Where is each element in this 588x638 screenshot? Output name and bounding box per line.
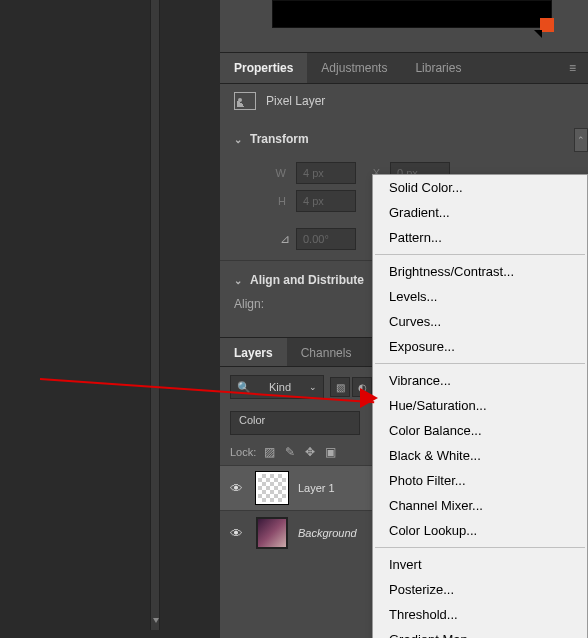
align-title: Align and Distribute [250,273,364,287]
menu-item-vibrance[interactable]: Vibrance... [373,368,587,393]
chevron-down-icon: ⌄ [234,134,242,145]
transform-title: Transform [250,132,309,146]
tab-layers[interactable]: Layers [220,338,287,366]
menu-separator [375,363,585,364]
height-input[interactable] [296,190,356,212]
visibility-icon[interactable]: 👁 [230,481,246,496]
width-input[interactable] [296,162,356,184]
color-swatch[interactable] [540,18,554,32]
menu-item-invert[interactable]: Invert [373,552,587,577]
visibility-icon[interactable]: 👁 [230,526,246,541]
angle-icon: ⊿ [280,232,290,246]
filter-adjust-icon[interactable]: ◐ [352,377,372,397]
height-label: H [272,195,286,207]
layer-name[interactable]: Layer 1 [298,482,335,494]
width-label: W [272,167,286,179]
menu-item-exposure[interactable]: Exposure... [373,334,587,359]
tab-channels[interactable]: Channels [287,338,366,366]
transform-header[interactable]: ⌄ Transform [220,122,588,152]
lock-transparent-icon[interactable]: ▨ [264,445,275,459]
menu-item-brightness-contrast[interactable]: Brightness/Contrast... [373,259,587,284]
menu-item-channel-mixer[interactable]: Channel Mixer... [373,493,587,518]
menu-item-photo-filter[interactable]: Photo Filter... [373,468,587,493]
menu-item-black-white[interactable]: Black & White... [373,443,587,468]
lock-artboard-icon[interactable]: ▣ [325,445,336,459]
filter-kind-select[interactable]: 🔍 Kind ⌄ [230,375,324,399]
panel-tabs: Properties Adjustments Libraries ≡ [220,52,588,84]
menu-item-color-lookup[interactable]: Color Lookup... [373,518,587,543]
menu-item-levels[interactable]: Levels... [373,284,587,309]
tab-properties[interactable]: Properties [220,53,307,83]
lock-position-icon[interactable]: ✥ [305,445,315,459]
filter-pixel-icon[interactable]: ▧ [330,377,350,397]
layer-thumbnail[interactable] [256,517,288,549]
menu-item-curves[interactable]: Curves... [373,309,587,334]
chevron-down-icon: ⌄ [309,382,317,392]
angle-input[interactable] [296,228,356,250]
menu-item-pattern[interactable]: Pattern... [373,225,587,250]
menu-item-hue-saturation[interactable]: Hue/Saturation... [373,393,587,418]
menu-item-threshold[interactable]: Threshold... [373,602,587,627]
pixel-layer-icon [234,92,256,110]
layer-name[interactable]: Background [298,527,357,539]
menu-item-solid-color[interactable]: Solid Color... [373,175,587,200]
menu-item-gradient-map[interactable]: Gradient Map... [373,627,587,638]
document-preview [272,0,552,28]
canvas-area [0,0,220,638]
section-scroll-up[interactable]: ⌃ [574,128,588,152]
blend-mode-select[interactable]: Color [230,411,360,435]
lock-label: Lock: [230,446,256,458]
menu-item-posterize[interactable]: Posterize... [373,577,587,602]
menu-item-color-balance[interactable]: Color Balance... [373,418,587,443]
search-icon: 🔍 [237,381,251,394]
layer-type-row: Pixel Layer [220,84,588,122]
menu-separator [375,254,585,255]
tab-adjustments[interactable]: Adjustments [307,53,401,83]
chevron-down-icon: ⌄ [234,275,242,286]
layer-thumbnail[interactable] [256,472,288,504]
panel-menu-icon[interactable]: ≡ [559,53,588,83]
menu-separator [375,547,585,548]
adjustment-layer-menu: Solid Color...Gradient...Pattern...Brigh… [372,174,588,638]
layer-type-label: Pixel Layer [266,94,325,108]
align-label: Align: [234,297,264,311]
tab-libraries[interactable]: Libraries [401,53,475,83]
menu-item-gradient[interactable]: Gradient... [373,200,587,225]
canvas-scrollbar[interactable] [150,0,160,630]
lock-brush-icon[interactable]: ✎ [285,445,295,459]
